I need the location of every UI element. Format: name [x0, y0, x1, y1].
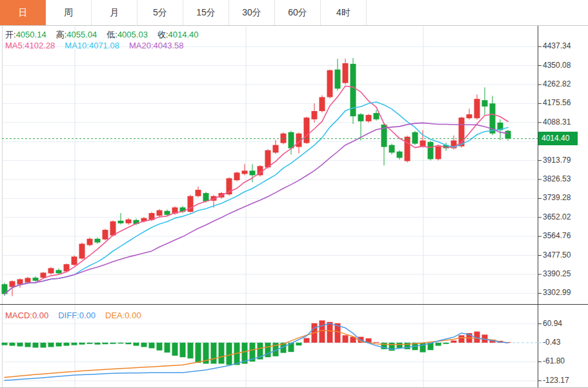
candle	[436, 147, 441, 159]
macd-bar	[172, 343, 178, 356]
macd-bar	[141, 343, 147, 347]
ma5-label: MA5:	[5, 41, 25, 50]
candle	[48, 268, 54, 273]
candle	[335, 70, 341, 89]
candle	[366, 115, 372, 121]
candle	[482, 100, 488, 107]
candle	[41, 272, 46, 278]
price-tick-label: 3739.28	[543, 193, 571, 202]
macd-tick-label: -0.43	[543, 338, 560, 347]
open-value: 4050.14	[16, 30, 46, 39]
candle	[25, 278, 31, 282]
ma5-value: 4102.28	[25, 41, 55, 50]
ma5-line	[5, 86, 508, 294]
candle	[196, 190, 201, 196]
current-price-label: 4014.40	[538, 132, 578, 145]
open-label: 开:	[5, 30, 16, 39]
macd-bar	[41, 343, 46, 348]
low-label: 低:	[106, 30, 117, 39]
dea-value: 0.00	[125, 311, 141, 320]
candle	[505, 131, 511, 139]
candle	[273, 145, 279, 153]
main-chart[interactable]	[0, 0, 588, 388]
price-tick-label: 3477.50	[543, 250, 571, 260]
macd-bar	[103, 343, 108, 344]
macd-bar	[196, 343, 201, 363]
price-tick-label: 3390.25	[543, 269, 571, 278]
candle	[95, 239, 101, 243]
candle	[281, 134, 287, 143]
candle	[103, 230, 108, 240]
macd-bar	[64, 343, 70, 346]
candle	[72, 256, 77, 265]
candle	[474, 99, 480, 118]
low-value: 4005.03	[117, 30, 148, 39]
candle	[420, 141, 426, 147]
candle	[56, 270, 62, 273]
close-label: 收:	[157, 30, 168, 39]
macd-bar	[188, 343, 194, 358]
macd-bar	[110, 343, 116, 344]
candle	[358, 114, 364, 121]
candle	[250, 170, 256, 175]
candle	[110, 221, 116, 236]
price-tick-label: 4175.56	[543, 98, 571, 107]
candle	[312, 111, 318, 119]
candle	[157, 210, 163, 216]
macd-tick-label: 60.94	[543, 319, 562, 328]
macd-bar	[374, 342, 380, 343]
price-tick-label: 3302.99	[543, 288, 571, 297]
macd-tick-label: -123.17	[543, 376, 569, 385]
candle	[17, 279, 23, 284]
macd-bar	[157, 343, 163, 351]
candle	[343, 63, 349, 83]
macd-bar	[33, 343, 39, 348]
candle	[304, 117, 310, 143]
macd-value: 0.00	[32, 311, 48, 320]
candle	[428, 142, 434, 159]
candle	[374, 113, 380, 119]
price-tick-label: 4262.82	[543, 79, 571, 88]
macd-bar	[296, 343, 302, 345]
diff-value: 0.00	[79, 311, 96, 320]
candle	[118, 221, 124, 223]
candle	[319, 97, 325, 111]
candle	[397, 152, 403, 158]
candle	[203, 193, 209, 201]
macd-bar	[451, 340, 457, 342]
kline-chart-app: 日周月5分15分30分60分4时 开:4050.14高:4055.04低:400…	[0, 0, 588, 388]
macd-bar	[95, 343, 101, 345]
macd-bar	[443, 343, 449, 344]
candle	[412, 132, 418, 144]
ma-legend: MA5:4102.28MA10:4071.08MA20:4043.58	[5, 41, 184, 50]
macd-bar	[48, 343, 54, 347]
diff-line	[5, 323, 508, 380]
macd-bar	[134, 343, 139, 346]
macd-bar	[10, 343, 15, 346]
ma10-value: 4071.08	[89, 41, 119, 50]
macd-bar	[17, 343, 23, 347]
ma20-label: MA20:	[129, 41, 154, 50]
macd-bar	[25, 343, 31, 347]
price-tick-label: 3652.02	[543, 212, 571, 221]
candle	[126, 220, 132, 223]
high-label: 高:	[56, 30, 67, 39]
macd-label: MACD:	[5, 311, 32, 320]
macd-bar	[2, 343, 8, 345]
candle	[234, 172, 240, 180]
macd-bar	[118, 343, 124, 343]
macd-bar	[165, 343, 170, 352]
candle	[242, 170, 248, 174]
candle	[79, 244, 85, 259]
macd-bar	[72, 343, 77, 345]
candle	[87, 239, 93, 245]
high-value: 4055.04	[66, 30, 97, 39]
price-tick-label: 4437.34	[543, 41, 571, 50]
macd-bar	[219, 343, 225, 364]
candle	[467, 114, 472, 118]
macd-bar	[126, 343, 132, 344]
price-tick-label: 4088.31	[543, 117, 571, 127]
macd-bar	[304, 338, 310, 343]
candle	[327, 70, 333, 97]
candle	[289, 132, 294, 148]
